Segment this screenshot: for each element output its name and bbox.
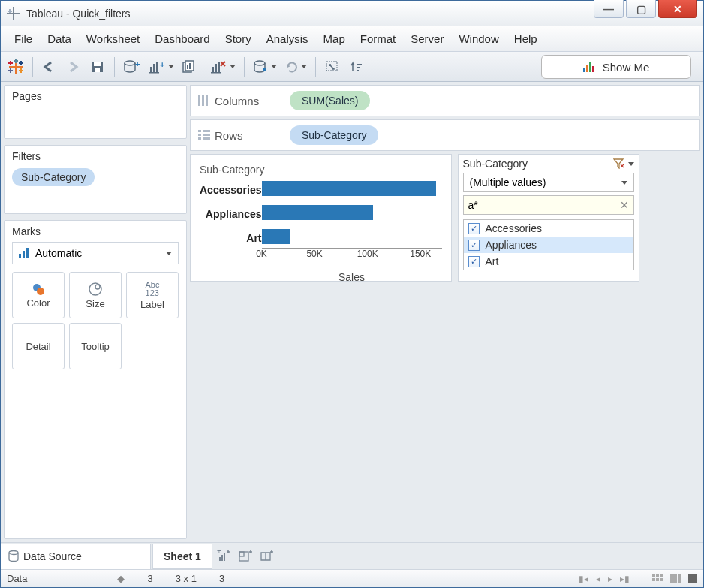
chart-view[interactable]: Sub-Category AccessoriesAppliancesArt 0K… <box>190 154 452 282</box>
filmstrip-view-icon[interactable] <box>670 574 681 583</box>
svg-rect-5 <box>9 66 23 68</box>
checkbox-icon[interactable]: ✓ <box>468 223 480 234</box>
datasource-icon <box>8 550 19 562</box>
quick-filter-panel: Sub-Category (Multiple values) ✕ <box>458 154 639 282</box>
marks-card: Marks Automatic Color Size <box>4 220 187 539</box>
tableau-logo-button[interactable] <box>5 56 26 77</box>
svg-rect-41 <box>586 65 588 72</box>
window-title: Tableau - Quick_filters <box>26 8 131 20</box>
sort-button[interactable] <box>346 56 367 77</box>
back-button[interactable] <box>39 56 60 77</box>
svg-rect-42 <box>589 62 591 72</box>
full-view-icon[interactable] <box>688 574 697 583</box>
svg-rect-56 <box>198 134 201 136</box>
quick-filter-search-input[interactable] <box>468 199 620 211</box>
marks-detail-button[interactable]: Detail <box>12 323 65 369</box>
menu-story[interactable]: Story <box>218 28 259 50</box>
chart-category-labels: AccessoriesAppliancesArt <box>200 180 262 283</box>
columns-pill-sum-sales[interactable]: SUM(Sales) <box>290 91 370 110</box>
chart-row-header: Sub-Category <box>200 164 442 176</box>
svg-rect-69 <box>660 574 663 577</box>
menu-window[interactable]: Window <box>451 28 506 50</box>
refresh-button[interactable] <box>282 56 309 77</box>
sheet-tab-1[interactable]: Sheet 1 <box>152 544 212 569</box>
first-icon[interactable]: ▮◂ <box>579 574 588 584</box>
close-button[interactable]: ✕ <box>658 0 697 18</box>
duplicate-button[interactable] <box>179 56 203 77</box>
toolbar-separator <box>114 57 115 77</box>
marks-label-button[interactable]: Abc123 Label <box>126 272 179 318</box>
app-window: Tableau - Quick_filters — ▢ ✕ File Data … <box>0 0 704 588</box>
quick-filter-option-label: Appliances <box>486 239 537 251</box>
rows-shelf[interactable]: Rows Sub-Category <box>190 119 700 151</box>
data-source-tab[interactable]: Data Source <box>1 544 151 569</box>
pages-shelf[interactable]: Pages <box>4 85 187 139</box>
quick-filter-dropdown[interactable]: (Multiple values) <box>463 173 634 192</box>
new-story-button[interactable] <box>256 546 277 567</box>
prev-icon[interactable]: ◂ <box>596 574 600 584</box>
last-icon[interactable]: ▸▮ <box>620 574 630 584</box>
toolbar-separator <box>32 57 33 77</box>
rows-pill-subcategory[interactable]: Sub-Category <box>290 125 378 145</box>
forward-button[interactable] <box>63 56 84 77</box>
clear-search-icon[interactable]: ✕ <box>620 199 629 211</box>
checkbox-icon[interactable]: ✓ <box>468 240 480 251</box>
connect-button[interactable] <box>251 56 279 77</box>
minimize-button[interactable]: — <box>594 0 624 18</box>
menu-file[interactable]: File <box>7 28 40 50</box>
new-sheet-button[interactable]: + <box>214 546 235 567</box>
marks-tooltip-button[interactable]: Tooltip <box>69 323 122 369</box>
clear-button[interactable] <box>206 56 238 77</box>
menu-format[interactable]: Format <box>353 28 404 50</box>
svg-rect-37 <box>357 64 362 65</box>
quick-filter-search[interactable]: ✕ <box>463 195 634 215</box>
menu-map[interactable]: Map <box>316 28 353 50</box>
menu-worksheet[interactable]: Worksheet <box>79 28 147 50</box>
next-icon[interactable]: ▸ <box>608 574 612 584</box>
quick-filter-option-label: Accessories <box>486 222 542 234</box>
columns-icon <box>198 95 210 106</box>
quick-filter-option[interactable]: ✓Appliances <box>464 237 633 253</box>
svg-rect-70 <box>652 578 655 581</box>
quick-filter-option[interactable]: ✓Accessories <box>464 220 633 237</box>
marks-size-button[interactable]: Size <box>69 272 122 318</box>
bar-icon <box>19 248 31 258</box>
swap-button[interactable] <box>322 56 343 77</box>
filters-shelf[interactable]: Filters Sub-Category <box>4 145 187 214</box>
svg-rect-66 <box>239 552 244 556</box>
save-button[interactable] <box>87 56 108 77</box>
sheet-tabs: Data Source Sheet 1 + <box>1 542 703 569</box>
filter-pill-subcategory[interactable]: Sub-Category <box>12 168 95 186</box>
columns-shelf[interactable]: Columns SUM(Sales) <box>190 85 700 116</box>
chevron-down-icon <box>621 181 627 185</box>
svg-rect-57 <box>203 134 210 136</box>
svg-rect-39 <box>357 70 359 71</box>
marks-color-label: Color <box>26 297 50 309</box>
svg-rect-28 <box>187 65 188 69</box>
filter-icon[interactable] <box>613 158 624 169</box>
marks-type-label: Automatic <box>35 247 82 259</box>
svg-rect-52 <box>202 95 204 106</box>
quick-filter-option-label: Art <box>486 255 499 267</box>
quick-filter-option[interactable]: ✓Art <box>464 253 633 270</box>
menu-dashboard[interactable]: Dashboard <box>147 28 217 50</box>
checkbox-icon[interactable]: ✓ <box>468 256 480 267</box>
menu-data[interactable]: Data <box>40 28 79 50</box>
new-datasource-button[interactable]: + <box>121 56 142 77</box>
menu-server[interactable]: Server <box>403 28 451 50</box>
marks-type-dropdown[interactable]: Automatic <box>12 242 179 264</box>
columns-label: Columns <box>215 95 259 107</box>
new-dashboard-button[interactable] <box>235 546 256 567</box>
pages-title: Pages <box>12 90 179 102</box>
menu-help[interactable]: Help <box>507 28 545 50</box>
quick-filter-menu-icon[interactable] <box>628 162 634 166</box>
grid-view-icon[interactable] <box>652 574 663 583</box>
menu-analysis[interactable]: Analysis <box>259 28 316 50</box>
marks-color-button[interactable]: Color <box>12 272 65 318</box>
show-me-button[interactable]: Show Me <box>541 55 691 79</box>
data-source-label: Data Source <box>23 550 82 562</box>
size-icon <box>88 282 103 297</box>
new-worksheet-button[interactable]: + <box>145 56 176 77</box>
maximize-button[interactable]: ▢ <box>626 0 656 18</box>
rows-icon <box>198 130 210 140</box>
